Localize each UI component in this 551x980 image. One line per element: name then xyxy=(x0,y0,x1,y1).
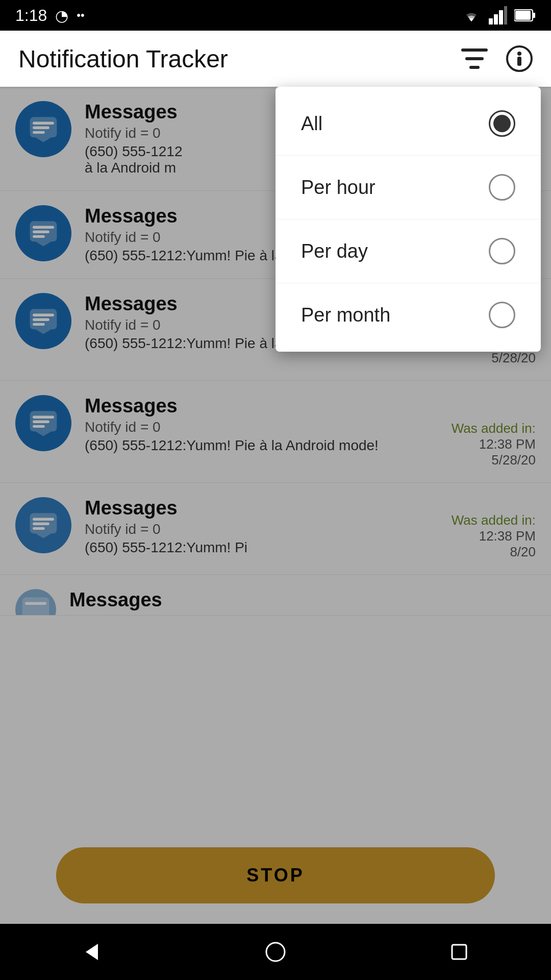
app-title: Notification Tracker xyxy=(18,45,228,73)
option-label-per-day: Per day xyxy=(301,240,368,262)
nav-bar xyxy=(0,924,551,980)
radio-per-month[interactable] xyxy=(489,302,515,328)
filter-option-all[interactable]: All xyxy=(276,92,541,156)
option-label-all: All xyxy=(301,113,322,135)
radio-inner-all xyxy=(493,115,511,132)
svg-rect-9 xyxy=(469,66,480,69)
option-label-per-month: Per month xyxy=(301,304,390,326)
radio-per-day[interactable] xyxy=(489,238,515,264)
recents-icon[interactable] xyxy=(449,942,469,962)
battery-icon xyxy=(514,8,536,22)
home-icon[interactable] xyxy=(265,942,286,962)
svg-rect-0 xyxy=(489,18,493,24)
svg-rect-37 xyxy=(452,945,466,959)
svg-point-11 xyxy=(517,52,521,56)
radio-per-hour[interactable] xyxy=(489,174,515,201)
filter-icon[interactable] xyxy=(461,48,488,69)
app-bar: Notification Tracker xyxy=(0,31,551,87)
radio-all[interactable] xyxy=(489,110,515,137)
svg-rect-7 xyxy=(461,48,488,52)
svg-rect-6 xyxy=(515,11,531,20)
filter-option-per-hour[interactable]: Per hour xyxy=(276,156,541,219)
filter-option-per-month[interactable]: Per month xyxy=(276,283,541,347)
app-bar-icons xyxy=(461,45,533,72)
option-label-per-hour: Per hour xyxy=(301,177,375,199)
svg-marker-35 xyxy=(86,944,98,960)
dot-icon: •• xyxy=(77,9,84,22)
filter-option-per-day[interactable]: Per day xyxy=(276,219,541,283)
signal-icon xyxy=(489,6,507,24)
info-icon[interactable] xyxy=(506,45,533,72)
svg-rect-2 xyxy=(499,10,503,24)
status-time: 1:18 xyxy=(15,6,47,25)
svg-point-36 xyxy=(266,943,285,961)
back-icon[interactable] xyxy=(82,942,102,962)
filter-dialog: All Per hour Per day Per month xyxy=(276,87,541,352)
status-left: 1:18 ◔ •• xyxy=(15,6,85,25)
svg-rect-1 xyxy=(494,14,498,24)
at-icon: ◔ xyxy=(55,7,68,24)
wifi-icon xyxy=(461,7,482,23)
svg-rect-5 xyxy=(533,13,535,18)
svg-rect-8 xyxy=(465,57,484,60)
svg-rect-12 xyxy=(517,57,521,66)
svg-rect-3 xyxy=(504,6,507,24)
status-bar: 1:18 ◔ •• xyxy=(0,0,551,31)
status-right xyxy=(461,6,536,24)
